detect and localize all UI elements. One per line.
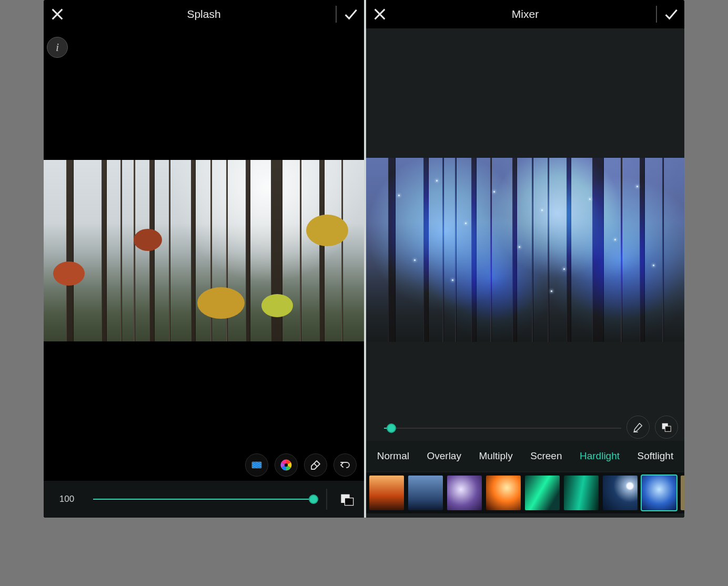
shape-icon — [250, 459, 263, 471]
divider — [656, 6, 657, 23]
overlay-thumb-lightning-purple[interactable] — [447, 476, 482, 510]
undo-icon — [339, 459, 351, 471]
close-button[interactable] — [369, 4, 390, 25]
overlay-thumb-aurora-teal[interactable] — [564, 476, 599, 510]
mixer-pane: Mixer — [364, 0, 684, 518]
splash-header: Splash — [44, 0, 364, 28]
splash-pane: Splash i — [44, 0, 364, 518]
undo-button[interactable] — [333, 453, 357, 477]
opacity-slider[interactable] — [93, 494, 314, 504]
close-icon — [50, 7, 65, 22]
mixer-image — [366, 158, 684, 342]
info-icon: i — [56, 41, 59, 54]
blend-tab-hardlight[interactable]: Hardlight — [578, 447, 622, 465]
svg-rect-6 — [665, 426, 671, 431]
close-button[interactable] — [47, 4, 68, 25]
brush-button[interactable] — [626, 416, 650, 439]
blend-tab-overlay[interactable]: Overlay — [424, 447, 463, 465]
mask-swap-icon — [661, 421, 672, 433]
close-icon — [372, 7, 387, 22]
mixer-canvas[interactable]: NormalOverlayMultiplyScreenHardlightSoft… — [366, 28, 684, 518]
blend-tab-softlight[interactable]: Softlight — [635, 447, 676, 465]
overlay-thumb-aurora-green[interactable] — [525, 476, 560, 510]
splash-image — [44, 160, 364, 341]
confirm-button[interactable] — [340, 4, 361, 25]
blend-mode-tabs: NormalOverlayMultiplyScreenHardlightSoft… — [366, 441, 684, 471]
slider-value-label: 100 — [53, 494, 80, 504]
mixer-lower — [366, 342, 684, 433]
overlay-thumb-bokeh-gold[interactable] — [681, 476, 684, 510]
overlay-thumb-storm-sky[interactable] — [408, 476, 443, 510]
splash-canvas[interactable]: i — [44, 28, 364, 518]
mask-swap-icon — [340, 492, 355, 507]
overlay-thumb-fire-sky[interactable] — [486, 476, 521, 510]
check-icon — [663, 7, 678, 22]
mix-slider[interactable] — [384, 423, 621, 433]
splash-title: Splash — [44, 8, 364, 21]
eraser-button[interactable] — [304, 453, 327, 477]
color-picker-button[interactable] — [275, 453, 298, 477]
eraser-icon — [309, 459, 322, 471]
blend-tab-screen[interactable]: Screen — [528, 447, 564, 465]
check-icon — [343, 7, 358, 22]
mixer-title: Mixer — [366, 8, 684, 21]
divider — [326, 489, 327, 510]
info-button[interactable]: i — [47, 37, 68, 58]
mixer-header: Mixer — [366, 0, 684, 28]
blend-tab-multiply[interactable]: Multiply — [477, 447, 514, 465]
divider — [336, 6, 337, 23]
overlay-thumb-sunset-clouds[interactable] — [369, 476, 404, 510]
overlay-thumbnails[interactable] — [366, 472, 684, 513]
mask-swap-button[interactable] — [655, 416, 678, 439]
brush-icon — [632, 421, 644, 433]
mask-swap-button[interactable] — [340, 492, 355, 507]
overlay-thumb-blue-sparkle[interactable] — [642, 476, 676, 510]
svg-point-2 — [285, 463, 288, 467]
confirm-button[interactable] — [660, 4, 681, 25]
shape-tool-button[interactable] — [245, 453, 268, 477]
blend-tab-normal[interactable]: Normal — [375, 447, 411, 465]
color-wheel-icon — [280, 459, 292, 471]
svg-rect-4 — [345, 498, 353, 506]
overlay-thumb-moon-night[interactable] — [603, 476, 638, 510]
splash-toolbar — [44, 449, 364, 481]
splash-slider-bar: 100 — [44, 481, 364, 518]
